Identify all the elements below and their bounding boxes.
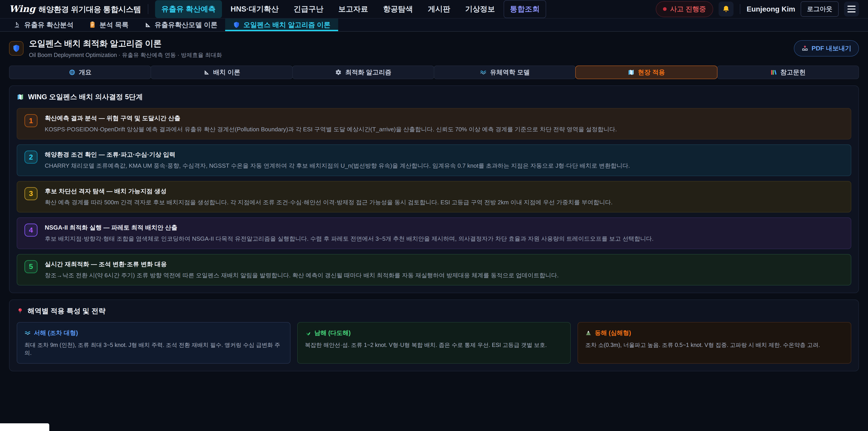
step-body: 확산 예측 경계를 따라 500m 간격 격자로 후보 배치지점을 생성합니다.…	[45, 198, 613, 206]
section-tab-label: 최적화 알고리즘	[345, 68, 391, 76]
brand-wordmark: Wing	[9, 3, 35, 14]
divider	[148, 4, 148, 14]
region-title-text: 서해 (조차 대형)	[34, 329, 78, 337]
section-tab-label: 배치 이론	[213, 68, 240, 76]
tab-boom-algorithm-theory[interactable]: 오일펜스 배치 알고리즘 이론	[225, 19, 338, 31]
step-body: CHARRY 채리모델 조류예측값, KMA UM 풍속·풍향, 수심격자, N…	[45, 162, 630, 170]
app-logo[interactable]: Wing 해양환경 위기대응 통합시스템	[9, 3, 141, 15]
decision-step-4: 4 NSGA-II 최적화 실행 — 파레토 최적 배치안 산출 후보 배치지점…	[17, 217, 851, 249]
region-body: 최대 조차 9m (인천), 조류 최대 3~5 knot. J형 배치 주력.…	[24, 341, 283, 357]
section-tab-optimization-algorithm[interactable]: 최적화 알고리즘	[292, 65, 434, 79]
step-number-badge: 4	[24, 223, 37, 237]
nav-item-integrated-search[interactable]: 통합조회	[504, 0, 546, 18]
step-title: 실시간 재최적화 — 조석 변환·조류 변화 대응	[45, 260, 559, 268]
decision-card-heading: WING 오일펜스 배치 의사결정 5단계	[17, 92, 851, 102]
books-icon	[770, 69, 777, 76]
section-tab-label: 현장 적용	[638, 68, 665, 76]
menu-button[interactable]	[844, 2, 859, 17]
incident-status-badge[interactable]: 사고 진행중	[656, 1, 713, 17]
nav-item-oil-spill-prediction[interactable]: 유출유 확산예측	[155, 0, 222, 18]
section-tab-label: 참고문헌	[780, 68, 806, 76]
page-header: 오일펜스 배치 최적화 알고리즘 이론 Oil Boom Deployment …	[0, 32, 868, 64]
logout-button[interactable]: 로그아웃	[801, 1, 839, 17]
decision-step-2: 2 해양환경 조건 확인 — 조류·파고·수심·기상 입력 CHARRY 채리모…	[17, 145, 851, 176]
globe-icon	[69, 69, 75, 76]
step-content: 후보 차단선 격자 탐색 — 배치 가능지점 생성 확산 예측 경계를 따라 5…	[45, 187, 613, 206]
mountain-icon	[585, 330, 592, 336]
tab-spill-analysis[interactable]: 유출유 확산분석	[6, 19, 81, 31]
incident-status-label: 사고 진행중	[670, 4, 706, 14]
section-tab-references[interactable]: 참고문헌	[717, 65, 859, 79]
step-title: 후보 차단선 격자 탐색 — 배치 가능지점 생성	[45, 187, 613, 195]
map-icon	[628, 69, 634, 76]
nav-item-hns-atmospheric[interactable]: HNS·대기확산	[224, 0, 285, 18]
microscope-icon	[13, 21, 21, 29]
step-number-badge: 5	[24, 260, 37, 273]
user-name: Eunjeong Kim	[747, 5, 795, 13]
triangle-ruler-icon	[203, 69, 210, 76]
gear-icon	[335, 69, 342, 76]
nav-item-emergency-rescue[interactable]: 긴급구난	[287, 0, 330, 18]
step-number-badge: 3	[24, 187, 37, 200]
region-title-text: 남해 (다도해)	[314, 329, 350, 337]
region-title: 동해 (심해형)	[585, 329, 844, 337]
section-tab-hydrodynamics-model[interactable]: 유체역학 모델	[434, 65, 576, 79]
step-title: 확산예측 결과 분석 — 위협 구역 및 도달시간 산출	[45, 114, 617, 122]
step-number-badge: 2	[24, 151, 37, 164]
system-title: 해양환경 위기대응 통합시스템	[38, 4, 141, 15]
export-icon	[802, 45, 808, 52]
region-title: 남해 (다도해)	[305, 329, 563, 337]
decision-step-5: 5 실시간 재최적화 — 조석 변환·조류 변화 대응 창조→낙조 전환 시(약…	[17, 254, 851, 285]
nav-item-aerial-search[interactable]: 항공탐색	[377, 0, 419, 18]
nav-item-reports[interactable]: 보고자료	[332, 0, 375, 18]
nav-item-board[interactable]: 게시판	[422, 0, 457, 18]
regions-heading-text: 해역별 적용 특성 및 전략	[28, 306, 105, 316]
region-title-text: 동해 (심해형)	[595, 329, 631, 337]
navbar-right-cluster: 사고 진행중 Eunjeong Kim 로그아웃	[656, 1, 859, 17]
decision-steps-card: WING 오일펜스 배치 의사결정 5단계 1 확산예측 결과 분석 — 위협 …	[9, 86, 859, 293]
section-tabs: 개요 배치 이론 최적화 알고리즘 유체역학 모델 현장 적용	[9, 65, 859, 79]
decision-heading-text: WING 오일펜스 배치 의사결정 5단계	[28, 92, 143, 102]
region-body: 복잡한 해안선·섬. 조류 1~2 knot. V형·U형 복합 배치. 좁은 …	[305, 341, 563, 349]
regions-grid: 서해 (조차 대형) 최대 조차 9m (인천), 조류 최대 3~5 knot…	[17, 322, 851, 364]
section-tab-field-application[interactable]: 현장 적용	[575, 65, 717, 79]
browser-status-artifact	[0, 423, 49, 431]
shield-icon	[233, 21, 240, 29]
step-content: 실시간 재최적화 — 조석 변환·조류 변화 대응 창조→낙조 전환 시(약 6…	[45, 260, 559, 279]
step-content: 확산예측 결과 분석 — 위협 구역 및 도달시간 산출 KOSPS·POSEI…	[45, 114, 617, 133]
tab-label: 오일펜스 배치 알고리즘 이론	[243, 20, 331, 30]
pdf-export-label: PDF 내보내기	[811, 44, 851, 53]
tab-label: 분석 목록	[99, 20, 128, 30]
status-dot-icon	[663, 7, 666, 11]
wave-icon	[24, 330, 31, 336]
herb-icon	[305, 330, 311, 336]
tab-spill-model-theory[interactable]: 유출유확산모델 이론	[136, 19, 225, 31]
step-body: 창조→낙조 전환 시(약 6시간 주기) 조류 방향 역전에 따른 오일펜스 재…	[45, 271, 559, 279]
tab-analysis-list[interactable]: 분석 목록	[81, 19, 136, 31]
step-content: 해양환경 조건 확인 — 조류·파고·수심·기상 입력 CHARRY 채리모델 …	[45, 151, 630, 170]
step-title: NSGA-II 최적화 실행 — 파레토 최적 배치안 산출	[45, 223, 653, 232]
pdf-export-button[interactable]: PDF 내보내기	[794, 40, 859, 57]
tab-label: 유출유확산모델 이론	[155, 20, 217, 30]
region-title: 서해 (조차 대형)	[24, 329, 283, 337]
hamburger-icon	[847, 6, 856, 12]
main-nav: 유출유 확산예측 HNS·대기확산 긴급구난 보고자료 항공탐색 게시판 기상정…	[155, 0, 546, 18]
decision-steps-list: 1 확산예측 결과 분석 — 위협 구역 및 도달시간 산출 KOSPS·POS…	[17, 108, 851, 285]
section-tab-overview[interactable]: 개요	[9, 65, 151, 79]
step-body: 후보 배치지점·방향각·형태 조합을 염색체로 인코딩하여 NSGA-II 다목…	[45, 235, 653, 243]
divider	[740, 4, 740, 14]
decision-step-3: 3 후보 차단선 격자 탐색 — 배치 가능지점 생성 확산 예측 경계를 따라…	[17, 181, 851, 212]
section-tab-deployment-theory[interactable]: 배치 이론	[151, 65, 292, 79]
step-body: KOSPS·POSEIDON·OpenDrift 앙상블 예측 결과에서 유출유…	[45, 125, 617, 133]
nav-item-weather-info[interactable]: 기상정보	[459, 0, 501, 18]
notifications-button[interactable]	[719, 2, 734, 17]
top-navbar: Wing 해양환경 위기대응 통합시스템 유출유 확산예측 HNS·대기확산 긴…	[0, 0, 868, 19]
triangle-ruler-icon	[144, 21, 151, 29]
wave-icon	[480, 69, 487, 76]
clipboard-icon	[89, 21, 96, 29]
region-card-east-sea: 동해 (심해형) 조차 소(0.3m), 너울파고 높음. 조류 0.5~1 k…	[578, 322, 851, 364]
regions-card-heading: 해역별 적용 특성 및 전략	[17, 306, 851, 316]
region-card-south-sea: 남해 (다도해) 복잡한 해안선·섬. 조류 1~2 knot. V형·U형 복…	[297, 322, 571, 364]
shield-icon	[12, 44, 21, 53]
map-icon	[17, 93, 24, 100]
